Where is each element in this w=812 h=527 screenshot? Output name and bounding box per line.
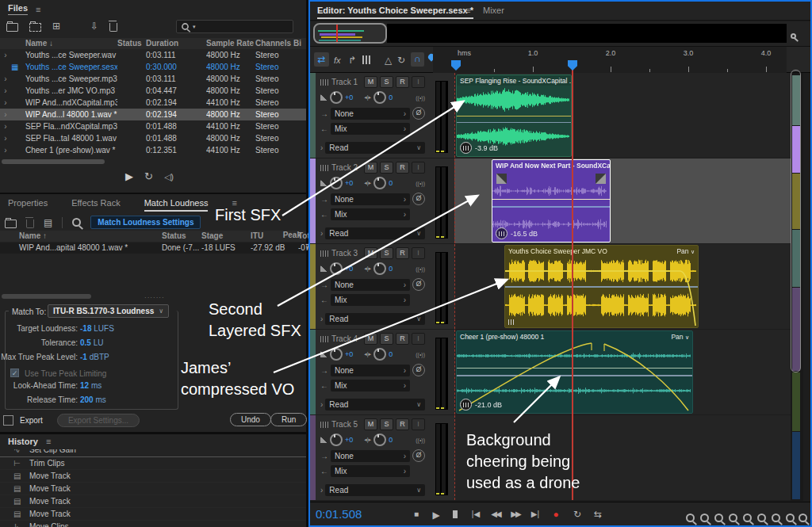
meters-icon[interactable] <box>362 55 371 64</box>
input-monitor-button[interactable]: I <box>412 247 425 259</box>
phase-toggle[interactable]: Ø <box>412 278 425 291</box>
pause-button[interactable] <box>453 510 458 518</box>
clip-youths-choice-sweeper-vo[interactable]: Youths Choice Sweeper JMC VO Pan ∨ <box>504 245 699 328</box>
input-select[interactable]: None› <box>331 450 410 462</box>
add-files-icon[interactable] <box>5 220 17 228</box>
skip-to-start-button[interactable]: |◀ <box>469 510 483 518</box>
file-row[interactable]: › ▦ Youths ...ce Sweeper.mp3 0:03.111 48… <box>0 73 306 85</box>
trash-icon[interactable] <box>109 23 117 32</box>
loop-playback-button[interactable]: ↻ <box>570 509 584 520</box>
file-row[interactable]: › ▦ SEP Fla...tal 48000 1.wav * 0:01.488… <box>0 132 306 144</box>
history-item[interactable]: ▤ Move Track <box>0 495 306 508</box>
history-item[interactable]: ∿ Set Clip Gain <box>0 449 306 457</box>
volume-knob[interactable] <box>330 348 343 361</box>
file-row[interactable]: › ▦ WIP And...l 48000 1.wav * 0:02.194 4… <box>0 109 306 120</box>
arm-record-button[interactable]: R <box>396 333 409 345</box>
track-color-strip[interactable] <box>310 244 316 329</box>
history-item[interactable]: ▤ Move Track <box>0 508 306 521</box>
record-button[interactable]: ● <box>549 509 563 520</box>
expand-caret-icon[interactable]: › <box>0 85 11 97</box>
output-select[interactable]: Mix› <box>331 208 410 220</box>
pan-knob[interactable] <box>373 262 386 275</box>
history-item[interactable]: ⊢ Trim Clips <box>0 457 306 470</box>
clip-cheer-1-preshow[interactable]: Cheer 1 (pre-show) 48000 1 Pan ∨ -21.0 d… <box>456 330 693 414</box>
speaker-icon[interactable]: ◁) <box>164 171 174 182</box>
panel-menu-icon[interactable]: ≡ <box>36 5 40 14</box>
history-item[interactable]: ↳ Move Clips <box>0 521 306 527</box>
track-name[interactable]: Track 3 <box>331 249 362 258</box>
pan-knob[interactable] <box>373 177 386 189</box>
volume-knob[interactable] <box>330 262 343 275</box>
input-monitor-button[interactable]: I <box>412 333 425 345</box>
loop-playback-icon[interactable]: ↻ <box>144 171 153 182</box>
file-row[interactable]: › ▦ WIP And...ndXCapital.mp3 0:02.194 44… <box>0 97 306 109</box>
automation-mode-select[interactable]: Read∨ <box>325 227 425 239</box>
automation-mode-select[interactable]: Read∨ <box>325 484 425 496</box>
automation-mode-select[interactable]: Read∨ <box>325 313 425 325</box>
fx-tool-icon[interactable]: fx <box>334 55 341 66</box>
slip-tool-icon[interactable]: ↱ <box>348 55 356 66</box>
files-hscrollbar[interactable] <box>2 159 105 164</box>
scan-loudness-icon[interactable] <box>72 218 81 227</box>
volume-value[interactable]: +0 <box>345 179 353 187</box>
output-select[interactable]: Mix› <box>331 465 410 477</box>
automation-mode-select[interactable]: Read∨ <box>325 142 425 154</box>
pan-value[interactable]: 0 <box>389 436 393 444</box>
history-item[interactable]: ▤ Move Track <box>0 483 306 495</box>
expand-caret-icon[interactable]: › <box>320 486 323 495</box>
clip-wip-and-now-next[interactable]: WIP And Now Next Part - SoundXCapi...∨ -… <box>492 159 611 242</box>
volume-value[interactable]: +0 <box>345 94 353 101</box>
volume-value[interactable]: +0 <box>345 350 353 358</box>
expand-caret-icon[interactable]: › <box>0 109 11 120</box>
tab-effects-rack[interactable]: Effects Rack <box>71 198 121 208</box>
play-button[interactable]: ▶ <box>429 510 443 521</box>
file-row[interactable]: › ▦ Youths ...er JMC VO.mp3 * 0:04.447 4… <box>0 85 306 97</box>
input-select[interactable]: None› <box>331 193 410 205</box>
fade-out-handle[interactable] <box>596 174 606 184</box>
fade-in-handle[interactable] <box>496 174 507 184</box>
files-table-header[interactable]: Name ↓ Status Duration Sample Rate Chann… <box>0 38 306 49</box>
zoom-out-button[interactable] <box>700 511 709 525</box>
panel-menu-icon[interactable]: ≡ <box>465 6 470 15</box>
pan-value[interactable]: 0 <box>389 350 393 358</box>
pan-envelope-line[interactable] <box>457 122 571 123</box>
track-color-strip[interactable] <box>310 73 316 158</box>
field-value[interactable]: -1 dBTP <box>80 353 109 361</box>
sends-icon[interactable]: ((•)) <box>416 181 425 186</box>
file-row[interactable]: › ▦ Cheer 1 (pre-show).wav * 0:12.351 44… <box>0 144 306 156</box>
rewind-button[interactable]: ◀◀ <box>488 510 503 518</box>
track-name[interactable]: Track 2 <box>331 163 362 172</box>
stop-button[interactable]: ■ <box>409 510 423 518</box>
clip-gain-icon[interactable] <box>508 319 515 325</box>
mute-button[interactable]: M <box>364 247 377 259</box>
volume-knob[interactable] <box>330 177 343 189</box>
solo-button[interactable]: S <box>380 76 393 88</box>
output-select[interactable]: Mix› <box>331 294 410 306</box>
zoom-in-point-button[interactable] <box>714 511 723 525</box>
expand-caret-icon[interactable]: › <box>0 49 11 61</box>
solo-button[interactable]: S <box>380 162 393 174</box>
pan-envelope-line[interactable] <box>492 206 610 208</box>
mute-button[interactable]: M <box>364 333 377 345</box>
timeline-ruler[interactable]: hms 1.0 2.0 3.0 4.0 <box>433 47 787 73</box>
clip-gain-icon[interactable] <box>460 399 472 411</box>
volume-value[interactable]: +0 <box>345 265 353 273</box>
automation-mode-select[interactable]: Read∨ <box>325 399 425 411</box>
fade-out-envelope[interactable] <box>505 246 698 327</box>
match-to-select[interactable]: ITU-R BS.1770-3 Loudness ∨ <box>48 304 169 318</box>
mute-button[interactable]: M <box>364 76 377 88</box>
remove-files-icon[interactable] <box>26 220 34 228</box>
volume-value[interactable]: +0 <box>345 436 353 444</box>
phase-toggle[interactable]: Ø <box>412 364 425 376</box>
clip-sep-flanging-rise[interactable]: SEP Flanging Rise - SoundXCapital ...∨ -… <box>456 74 572 157</box>
snap-magnet-icon[interactable]: ∩ <box>411 52 424 67</box>
zoom-in-right-button[interactable] <box>772 511 780 525</box>
pan-knob[interactable] <box>373 348 386 361</box>
expand-caret-icon[interactable]: › <box>0 97 11 109</box>
file-row[interactable]: › ▦ Youths ...ce Sweeper.wav 0:03.111 48… <box>0 49 306 61</box>
solo-button[interactable]: S <box>380 418 393 430</box>
input-monitor-button[interactable]: I <box>412 76 425 88</box>
sends-icon[interactable]: ((•)) <box>416 95 425 101</box>
expand-caret-icon[interactable]: › <box>0 144 11 156</box>
zoom-in-left-button[interactable] <box>757 511 766 525</box>
